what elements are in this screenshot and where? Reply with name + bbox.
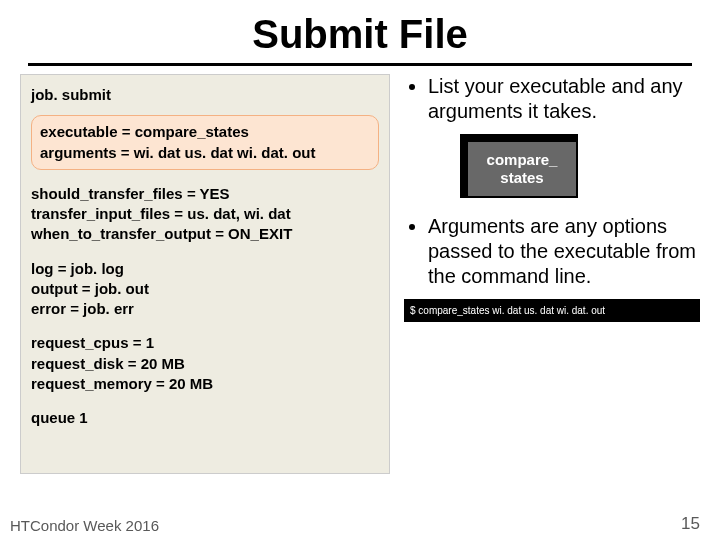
transfer-line-3: when_to_transfer_output = ON_EXIT [31, 224, 379, 244]
log-line: log = job. log [31, 259, 379, 279]
queue-line: queue 1 [31, 408, 379, 428]
transfer-line-1: should_transfer_files = YES [31, 184, 379, 204]
request-disk-line: request_disk = 20 MB [31, 354, 379, 374]
bullet-1: List your executable and any arguments i… [428, 74, 700, 124]
bullet-list-2: Arguments are any options passed to the … [404, 214, 700, 289]
output-line: output = job. out [31, 279, 379, 299]
bullet-list: List your executable and any arguments i… [404, 74, 700, 124]
request-block: request_cpus = 1 request_disk = 20 MB re… [31, 333, 379, 394]
request-cpus-line: request_cpus = 1 [31, 333, 379, 353]
arguments-line: arguments = wi. dat us. dat wi. dat. out [40, 143, 370, 163]
exec-args-box: executable = compare_states arguments = … [31, 115, 379, 170]
bullet-2: Arguments are any options passed to the … [428, 214, 700, 289]
log-block: log = job. log output = job. out error =… [31, 259, 379, 320]
slide-number: 15 [681, 514, 700, 534]
executable-box-label: compare_ states [487, 151, 558, 187]
submit-file-panel: job. submit executable = compare_states … [20, 74, 390, 474]
executable-box-wrap: compare_ states [460, 134, 700, 198]
content-row: job. submit executable = compare_states … [0, 74, 720, 474]
file-header: job. submit [31, 85, 379, 105]
footer-left: HTCondor Week 2016 [10, 517, 159, 534]
title-rule [28, 63, 692, 66]
transfer-line-2: transfer_input_files = us. dat, wi. dat [31, 204, 379, 224]
right-column: List your executable and any arguments i… [390, 74, 700, 474]
command-line-example: $ compare_states wi. dat us. dat wi. dat… [404, 299, 700, 322]
error-line: error = job. err [31, 299, 379, 319]
executable-line: executable = compare_states [40, 122, 370, 142]
slide-title: Submit File [0, 0, 720, 63]
request-memory-line: request_memory = 20 MB [31, 374, 379, 394]
slide: Submit File job. submit executable = com… [0, 0, 720, 540]
executable-box: compare_ states [460, 134, 578, 198]
transfer-block: should_transfer_files = YES transfer_inp… [31, 184, 379, 245]
